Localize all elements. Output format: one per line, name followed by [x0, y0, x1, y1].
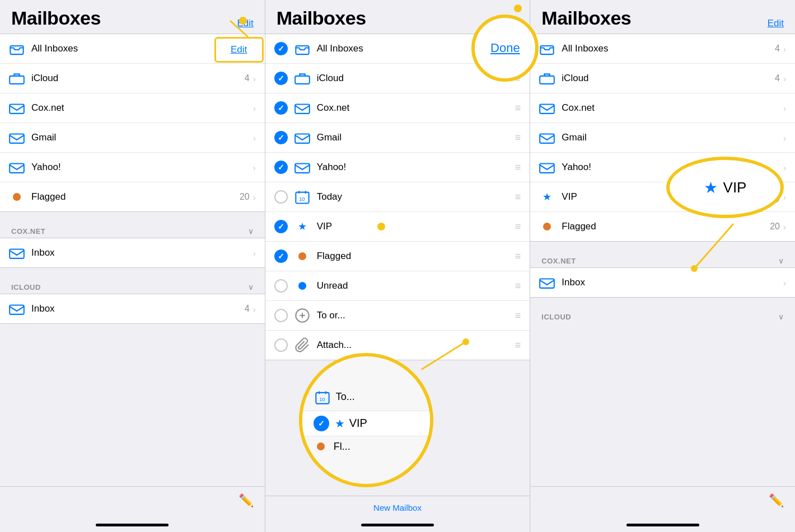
icloud-inbox[interactable]: Inbox 4 ›	[0, 294, 265, 323]
p3-icloud-label: iCloud	[562, 73, 775, 84]
drag-attachments[interactable]: ≡	[515, 340, 521, 351]
icloud-section-3: ICLOUD ∨	[530, 309, 795, 323]
vip-zoom-today: 10 To...	[302, 384, 430, 411]
p3-yahoo-chevron: ›	[783, 163, 786, 172]
edit-attachments[interactable]: Attach... ≡	[265, 331, 530, 360]
edit-coxnet[interactable]: Cox.net ≡	[265, 93, 530, 123]
edit-flagged[interactable]: Flagged ≡	[265, 242, 530, 271]
coxnet-section-chevron[interactable]: ∨	[248, 227, 254, 236]
check-toor[interactable]	[274, 309, 288, 322]
edit-button-3[interactable]: Edit	[768, 18, 784, 29]
compose-button-3[interactable]: ✏️	[769, 493, 784, 508]
svg-rect-31	[540, 279, 555, 288]
check-today[interactable]	[274, 190, 288, 204]
vip-dot-annotation	[377, 223, 385, 230]
check-icloud[interactable]	[274, 72, 288, 85]
coxnet-icon-2	[294, 100, 310, 116]
coxnet-icon	[9, 100, 25, 116]
check-coxnet[interactable]	[274, 101, 288, 115]
gmail-icon	[9, 130, 25, 145]
edit-yahoo[interactable]: Yahoo! ≡	[265, 153, 530, 182]
svg-rect-26	[540, 104, 555, 113]
coxnet-list-1: Inbox ›	[0, 238, 265, 268]
list-item-gmail[interactable]: Gmail ›	[0, 123, 265, 153]
unread-label: Unread	[317, 280, 515, 291]
drag-icloud[interactable]: ≡	[515, 73, 521, 84]
edit-toor[interactable]: To or... ≡	[265, 301, 530, 331]
toor-label: To or...	[317, 310, 515, 321]
coxnet-inbox[interactable]: Inbox ›	[0, 238, 265, 267]
p3-coxnet-inbox[interactable]: Inbox ›	[530, 268, 795, 297]
coxnet-section-3: COX.NET ∨	[530, 253, 795, 267]
drag-yahoo[interactable]: ≡	[515, 162, 521, 173]
check-attachments[interactable]	[274, 338, 288, 352]
icloud-chevron-3[interactable]: ∨	[778, 312, 784, 321]
vip-zoom-vip-label: VIP	[349, 417, 367, 430]
svg-rect-2	[10, 76, 24, 83]
edit-all-inboxes[interactable]: All Inboxes ≡	[265, 34, 530, 64]
p3-all-inboxes[interactable]: All Inboxes 4 ›	[530, 34, 795, 64]
p3-flagged[interactable]: Flagged 20 ›	[530, 212, 795, 241]
check-gmail[interactable]	[274, 131, 288, 144]
drag-vip[interactable]: ≡	[515, 221, 521, 233]
all-inboxes-icon-2	[294, 41, 310, 57]
svg-rect-9	[295, 76, 310, 83]
compose-button-1[interactable]: ✏️	[238, 493, 254, 508]
edit-today[interactable]: 10 Today ≡	[265, 182, 530, 212]
gmail-chevron: ›	[253, 133, 256, 143]
all-inboxes-chevron: ›	[253, 44, 256, 54]
p3-icloud-chevron: ›	[783, 74, 786, 83]
svg-text:10: 10	[319, 397, 325, 402]
drag-flagged[interactable]: ≡	[515, 251, 521, 262]
check-yahoo[interactable]	[274, 161, 288, 174]
icloud-icon	[9, 70, 25, 86]
edit-vip[interactable]: ★ VIP ≡	[265, 212, 530, 242]
panel-3-title: Mailboxes	[541, 7, 631, 29]
coxnet-chevron: ›	[253, 103, 256, 113]
icloud-label-2: iCloud	[317, 73, 515, 84]
list-item-flagged[interactable]: Flagged 20 ›	[0, 182, 265, 211]
edit-button-1[interactable]: Edit	[237, 18, 253, 29]
edit-icloud[interactable]: iCloud ≡	[265, 64, 530, 93]
svg-rect-12	[295, 163, 310, 172]
p3-coxnet-label: Cox.net	[562, 102, 782, 114]
yahoo-label: Yahoo!	[31, 162, 252, 173]
new-mailbox-bar: New Mailbox	[265, 496, 530, 519]
p3-coxnet-chevron: ›	[783, 103, 786, 113]
attachments-icon	[294, 337, 310, 353]
drag-coxnet[interactable]: ≡	[515, 102, 521, 114]
p3-coxnet-inbox-icon	[539, 275, 555, 290]
list-item-coxnet[interactable]: Cox.net ›	[0, 93, 265, 123]
icloud-inbox-icon	[9, 301, 25, 317]
coxnet-chevron-3[interactable]: ∨	[778, 256, 784, 265]
done-button[interactable]: Done	[496, 18, 519, 29]
check-unread[interactable]	[274, 279, 288, 293]
yahoo-icon	[9, 159, 25, 175]
check-flagged[interactable]	[274, 249, 288, 263]
p3-flagged-chevron: ›	[783, 222, 786, 232]
gmail-label: Gmail	[31, 132, 252, 143]
edit-gmail[interactable]: Gmail ≡	[265, 123, 530, 153]
svg-rect-7	[10, 305, 24, 314]
icloud-section-chevron[interactable]: ∨	[248, 283, 254, 291]
bottom-bar-1: ✏️	[0, 486, 265, 519]
check-vip[interactable]	[274, 220, 288, 233]
list-item-all-inboxes[interactable]: All Inboxes 4 ›	[0, 34, 265, 64]
p3-coxnet[interactable]: Cox.net ›	[530, 93, 795, 123]
drag-all-inboxes[interactable]: ≡	[515, 43, 521, 55]
edit-unread[interactable]: Unread ≡	[265, 271, 530, 301]
check-all-inboxes[interactable]	[274, 42, 288, 55]
svg-rect-27	[540, 134, 555, 143]
drag-unread[interactable]: ≡	[515, 280, 521, 292]
vip-zoom-circle: 10 To... ★ VIP Fl...	[299, 353, 433, 487]
all-inboxes-badge: 4	[245, 44, 250, 54]
drag-gmail[interactable]: ≡	[515, 132, 521, 144]
new-mailbox-button[interactable]: New Mailbox	[373, 503, 422, 512]
p3-gmail[interactable]: Gmail ›	[530, 123, 795, 153]
drag-toor[interactable]: ≡	[515, 310, 521, 322]
toor-icon	[294, 308, 310, 323]
p3-icloud[interactable]: iCloud 4 ›	[530, 64, 795, 93]
list-item-icloud[interactable]: iCloud 4 ›	[0, 64, 265, 93]
drag-today[interactable]: ≡	[515, 191, 521, 203]
list-item-yahoo[interactable]: Yahoo! ›	[0, 153, 265, 182]
